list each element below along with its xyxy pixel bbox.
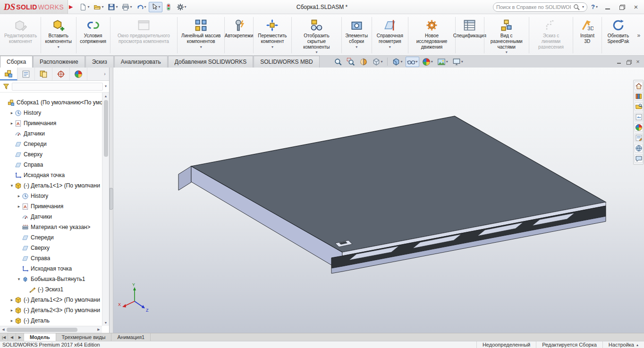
tree-item[interactable]: Справа bbox=[0, 160, 102, 170]
expand-right-icon[interactable]: ▸ bbox=[9, 308, 15, 313]
doc-tab-nav-0[interactable]: |◀ bbox=[0, 333, 8, 341]
ribbon-dropdown-icon[interactable]: ▾ bbox=[389, 45, 391, 49]
close-button[interactable]: × bbox=[630, 2, 642, 12]
ribbon-dropdown-icon[interactable]: ▾ bbox=[356, 45, 357, 49]
tree-vertical-scrollbar[interactable]: ▲ ▼ bbox=[102, 93, 109, 326]
ribbon-assembly-features-button[interactable]: Элементы сборки▾ bbox=[342, 15, 371, 55]
taskpane-home-button[interactable] bbox=[635, 82, 643, 90]
tree-horizontal-scrollbar[interactable]: ◀ ▶ bbox=[0, 326, 102, 333]
filter-chevron-icon[interactable]: ▾ bbox=[105, 85, 107, 88]
print-dropdown-icon[interactable]: ▾ bbox=[130, 5, 132, 9]
doc-tab-nav-2[interactable]: ▶ bbox=[16, 333, 24, 341]
expand-right-icon[interactable]: ▸ bbox=[9, 110, 15, 115]
view-orientation-button[interactable]: ▾ bbox=[371, 57, 384, 67]
tree-item[interactable]: ▾Бобышка-Вытянуть1 bbox=[0, 274, 102, 284]
panel-tab-displaymanager[interactable] bbox=[70, 68, 87, 80]
ribbon-instant3d-button[interactable]: 3DInstant 3D bbox=[574, 15, 601, 55]
select-button[interactable]: ▾ bbox=[149, 2, 162, 12]
ribbon-move-component-button[interactable]: Переместить компонент▾ bbox=[254, 15, 291, 55]
tree-item[interactable]: ▸(-) Деталь2<3> (По умолчани bbox=[0, 305, 102, 315]
undo-button[interactable]: ▾ bbox=[135, 2, 148, 12]
help-button[interactable]: ? ▾ bbox=[589, 3, 600, 10]
tree-item[interactable]: Сверху bbox=[0, 149, 102, 160]
rebuild-button[interactable] bbox=[163, 2, 174, 12]
ribbon-dropdown-icon[interactable]: ▾ bbox=[271, 45, 273, 49]
panel-tabs-more-button[interactable]: › bbox=[101, 68, 109, 80]
apply-scene-button[interactable]: ▾ bbox=[436, 57, 449, 67]
select-dropdown-icon[interactable]: ▾ bbox=[159, 5, 161, 9]
expand-right-icon[interactable]: ▸ bbox=[16, 194, 22, 198]
expand-down-icon[interactable]: ▾ bbox=[9, 183, 15, 188]
panel-tab-dimxpertmanager[interactable] bbox=[52, 68, 70, 80]
ribbon-dropdown-icon[interactable]: ▾ bbox=[315, 51, 317, 54]
tree-item[interactable]: ▸AПримечания bbox=[0, 201, 102, 212]
view-settings-button[interactable]: ▾ bbox=[451, 57, 465, 67]
filter-icon[interactable] bbox=[2, 83, 10, 90]
expand-right-icon[interactable]: ▸ bbox=[16, 204, 22, 209]
ribbon-update-speedpak-button[interactable]: Обновить SpeedPak bbox=[602, 15, 635, 55]
doc-tab-трехмерные виды[interactable]: Трехмерные виды bbox=[56, 333, 112, 341]
options-button[interactable]: ▾ bbox=[175, 2, 188, 12]
undo-dropdown-icon[interactable]: ▾ bbox=[144, 5, 146, 9]
taskpane-view-palette-button[interactable] bbox=[635, 113, 643, 121]
tree-item[interactable]: ▸(-) Деталь bbox=[0, 315, 102, 326]
ribbon-dropdown-icon[interactable]: ▾ bbox=[200, 45, 202, 49]
tab-добавления-solidworks[interactable]: Добавления SOLIDWORKS bbox=[168, 56, 254, 68]
ribbon-dropdown-icon[interactable]: ▾ bbox=[58, 45, 59, 49]
help-search-input[interactable]: Поиск в Справке по SOLIDWORKS ▾ bbox=[493, 2, 587, 12]
zoom-fit-button[interactable] bbox=[332, 57, 344, 67]
expand-right-icon[interactable]: ▸ bbox=[9, 297, 15, 302]
tree-item[interactable]: Справа bbox=[0, 253, 102, 263]
search-chevron-icon[interactable]: ▾ bbox=[582, 5, 584, 9]
panel-tab-configurationmanager[interactable] bbox=[35, 68, 52, 80]
taskpane-solidworks-resources-button[interactable] bbox=[635, 144, 643, 153]
scroll-thumb-horizontal[interactable] bbox=[7, 328, 77, 332]
panel-tab-featuremanager[interactable] bbox=[0, 68, 17, 80]
ribbon-bom-button[interactable]: Спецификация bbox=[456, 15, 483, 55]
tree-item[interactable]: Сверху bbox=[0, 243, 102, 253]
tree-item[interactable]: ▸AПримечания bbox=[0, 118, 102, 128]
ribbon-exploded-view-button[interactable]: Вид с разнесенными частями▾ bbox=[484, 15, 528, 55]
hide-show-items-dropdown-icon[interactable]: ▾ bbox=[416, 60, 418, 64]
doc-tab-nav-1[interactable]: ◀ bbox=[8, 333, 16, 341]
panel-tab-propertymanager[interactable] bbox=[17, 68, 35, 80]
taskpane-custom-properties-button[interactable] bbox=[635, 134, 643, 142]
new-document-dropdown-icon[interactable]: ▾ bbox=[87, 5, 89, 9]
save-dropdown-icon[interactable]: ▾ bbox=[116, 5, 118, 9]
ribbon-smart-fasteners-button[interactable]: Автокрепежи bbox=[225, 15, 253, 55]
tree-item[interactable]: Датчики bbox=[0, 212, 102, 222]
open-document-button[interactable]: ▾ bbox=[92, 2, 105, 12]
tree-item[interactable]: Материал <не указан> bbox=[0, 222, 102, 232]
tree-item[interactable]: Спереди bbox=[0, 232, 102, 243]
tab-эскиз[interactable]: Эскиз bbox=[85, 56, 114, 68]
new-document-button[interactable]: ▾ bbox=[77, 2, 91, 12]
options-dropdown-icon[interactable]: ▾ bbox=[185, 5, 186, 9]
graphics-viewport[interactable]: Y X Z bbox=[113, 68, 644, 333]
tree-item[interactable]: ▸(-) Деталь1<2> (По умолчани bbox=[0, 295, 102, 305]
save-button[interactable]: ▾ bbox=[106, 2, 119, 12]
tree-item[interactable]: Исходная точка bbox=[0, 263, 102, 274]
ribbon-show-hidden-button[interactable]: Отобразить скрытые компоненты▾ bbox=[292, 15, 341, 55]
tree-item[interactable]: Исходная точка bbox=[0, 170, 102, 180]
ribbon-reference-geometry-button[interactable]: Справочная геометрия▾ bbox=[372, 15, 407, 55]
menu-flyout-arrow-icon[interactable]: ▶ bbox=[69, 4, 73, 10]
expand-right-icon[interactable]: ▸ bbox=[9, 121, 15, 126]
taskpane-forum-button[interactable] bbox=[635, 154, 643, 163]
apply-scene-dropdown-icon[interactable]: ▾ bbox=[446, 60, 448, 64]
model-left-step[interactable] bbox=[178, 166, 191, 190]
taskpane-file-explorer-button[interactable] bbox=[635, 102, 643, 111]
filter-input[interactable] bbox=[12, 83, 103, 91]
ribbon-dropdown-icon[interactable]: ▾ bbox=[506, 51, 508, 54]
scroll-thumb[interactable] bbox=[104, 100, 108, 157]
tree-item[interactable]: ▸History bbox=[0, 191, 102, 201]
restore-button[interactable] bbox=[616, 2, 628, 12]
ribbon-motion-study-button[interactable]: Новое исследование движения bbox=[409, 15, 455, 55]
solidworks-logo[interactable]: DS SOLID WORKS bbox=[0, 0, 68, 14]
display-style-dropdown-icon[interactable]: ▾ bbox=[401, 60, 403, 64]
taskpane-design-library-button[interactable] bbox=[635, 92, 643, 101]
ribbon-linear-pattern-button[interactable]: Линейный массив компонентов▾ bbox=[178, 15, 224, 55]
scroll-left-icon[interactable]: ◀ bbox=[0, 328, 7, 331]
doc-tab-анимация1[interactable]: Анимация1 bbox=[111, 333, 151, 341]
status-segment-2[interactable]: Настройка▴ bbox=[602, 341, 644, 348]
doc-minimize-button[interactable] bbox=[615, 58, 623, 66]
